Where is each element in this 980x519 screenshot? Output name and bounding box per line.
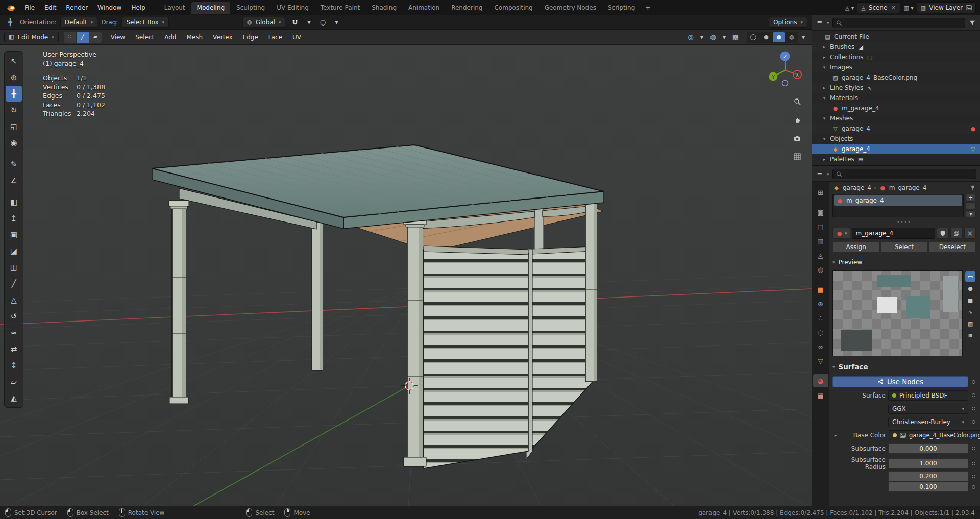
proportional-falloff-dropdown[interactable]: ▾ — [332, 17, 340, 28]
tab-compositing[interactable]: Compositing — [488, 2, 538, 14]
expander-icon[interactable]: ▾ — [821, 65, 827, 70]
mode-dropdown[interactable]: ◧ Edit Mode▾ — [4, 32, 59, 42]
show-overlays-icon[interactable]: ◍ — [707, 32, 719, 43]
gizmo-dropdown[interactable]: ▾ — [698, 32, 706, 43]
properties-search-input[interactable] — [845, 170, 973, 178]
tab-texture-paint[interactable]: Texture Paint — [315, 2, 365, 14]
preview-cube-button[interactable] — [965, 295, 975, 305]
browse-material-button[interactable]: ▾ — [832, 228, 850, 239]
tab-tool-properties[interactable] — [813, 186, 828, 199]
tab-world-properties[interactable] — [813, 263, 828, 276]
preview-sphere-button[interactable] — [965, 283, 975, 293]
remove-slot-button[interactable]: − — [966, 202, 976, 209]
preview-cloth-button[interactable] — [965, 318, 975, 329]
menu-vertex[interactable]: Vertex — [209, 32, 237, 43]
tab-modeling[interactable]: Modeling — [191, 2, 231, 14]
outliner-editor-type-icon[interactable]: ≡ — [816, 17, 824, 29]
scene-selector[interactable]: ◬ Scene × — [857, 2, 900, 13]
outliner-row-materials[interactable]: ▾ Materials — [812, 93, 980, 103]
base-color-field[interactable]: garage_4_BaseColor.png — [889, 430, 980, 440]
outliner-filter-icon[interactable] — [968, 17, 976, 29]
view-layer-browse-icon[interactable]: ▥ ▾ — [903, 5, 913, 11]
menu-uv[interactable]: UV — [288, 32, 305, 43]
outliner-row-collections[interactable]: ▸ Collections — [812, 52, 980, 62]
menu-file[interactable]: File — [20, 2, 39, 13]
toggle-perspective-grid-icon[interactable] — [791, 151, 803, 162]
tool-bevel[interactable] — [6, 243, 22, 259]
properties-editor-dropdown[interactable]: ▾ — [827, 171, 829, 177]
select-button[interactable]: Select — [880, 241, 927, 253]
transform-orientation-dropdown[interactable]: ◍ Global▾ — [242, 17, 285, 28]
overlays-dropdown[interactable]: ▾ — [720, 32, 728, 43]
proportional-editing-icon[interactable]: ○ — [316, 17, 329, 28]
tab-output-properties[interactable] — [813, 220, 828, 233]
tool-transform[interactable] — [6, 135, 22, 151]
view-layer-selector[interactable]: ▥ View Layer — [917, 2, 976, 13]
tool-edge-slide[interactable] — [6, 341, 22, 357]
tab-layout[interactable]: Layout — [159, 2, 191, 14]
camera-view-icon[interactable] — [791, 133, 803, 144]
menu-help[interactable]: Help — [127, 2, 150, 13]
tool-smooth[interactable] — [6, 325, 22, 340]
keyframe-dot[interactable] — [971, 407, 976, 410]
pin-icon[interactable] — [970, 185, 976, 191]
outliner-row-images[interactable]: ▾ Images — [812, 62, 980, 72]
material-slot-list[interactable]: m_garage_4 — [832, 194, 964, 217]
tab-rendering[interactable]: Rendering — [446, 2, 488, 14]
tool-rotate[interactable] — [6, 102, 22, 118]
material-name-field[interactable]: m_garage_4 — [852, 228, 935, 239]
options-dropdown[interactable]: Options▾ — [769, 17, 807, 28]
snap-magnet-icon[interactable] — [289, 17, 301, 28]
copy-material-button[interactable] — [950, 228, 963, 239]
outliner-row-brushes[interactable]: ▸ Brushes — [812, 42, 980, 52]
surface-shader-dropdown[interactable]: Principled BSDF — [888, 390, 968, 401]
tab-particle-properties[interactable] — [813, 311, 828, 325]
subsurface-slider[interactable]: 0.000 — [888, 443, 968, 454]
tab-constraint-properties[interactable] — [813, 340, 828, 353]
expander-icon[interactable]: ▾ — [821, 116, 827, 121]
outliner-row-material[interactable]: m_garage_4 — [812, 103, 980, 113]
keyframe-dot[interactable] — [971, 393, 976, 397]
menu-render[interactable]: Render — [61, 2, 92, 13]
expander-icon[interactable]: ▸ — [821, 55, 827, 60]
menu-edge[interactable]: Edge — [239, 32, 262, 43]
keyframe-dot[interactable] — [971, 462, 976, 465]
new-view-layer-icon[interactable] — [966, 5, 972, 11]
preview-flat-button[interactable] — [965, 271, 975, 282]
keyframe-dot[interactable] — [971, 475, 976, 478]
menu-mesh[interactable]: Mesh — [182, 32, 207, 43]
tool-shear[interactable] — [6, 374, 22, 389]
snap-options-dropdown[interactable]: ▾ — [305, 17, 313, 28]
base-color-expander[interactable]: ▸ — [832, 433, 839, 438]
preview-fluid-button[interactable] — [965, 330, 975, 340]
blender-logo[interactable] — [4, 3, 17, 13]
outliner-row-palettes[interactable]: ▸ Palettes — [812, 154, 980, 164]
navigation-gizmo[interactable]: Z Y X — [764, 49, 806, 92]
properties-editor-type-icon[interactable]: ≣ — [816, 168, 824, 180]
outliner-display-mode-dropdown[interactable]: ▾ — [827, 20, 829, 26]
properties-search[interactable] — [832, 169, 976, 179]
unlink-material-button[interactable]: × — [964, 228, 976, 239]
show-gizmo-icon[interactable]: ◎ — [684, 32, 697, 43]
preview-hair-button[interactable] — [965, 307, 975, 317]
tool-rip-region[interactable] — [6, 390, 22, 406]
tool-inset-faces[interactable] — [6, 227, 22, 242]
tool-select-box[interactable] — [6, 53, 22, 69]
menu-select[interactable]: Select — [131, 32, 158, 43]
tab-scene-properties[interactable] — [813, 249, 828, 262]
active-tool-icon[interactable]: ╋ — [4, 17, 16, 28]
face-select-button[interactable] — [89, 32, 102, 43]
list-resize-grip[interactable]: •••• — [832, 220, 976, 225]
preview-panel-header[interactable]: ▾ Preview — [832, 257, 976, 268]
zoom-icon[interactable] — [791, 96, 803, 107]
tab-texture-properties[interactable] — [813, 388, 828, 402]
keyframe-dot[interactable] — [971, 420, 976, 424]
tool-shrink-fatten[interactable] — [6, 357, 22, 373]
keyframe-dot[interactable] — [971, 380, 976, 384]
breadcrumb-material[interactable]: m_garage_4 — [889, 184, 927, 191]
tab-object-properties[interactable] — [813, 283, 828, 296]
tab-animation[interactable]: Animation — [403, 2, 445, 14]
tool-scale[interactable] — [6, 118, 22, 134]
menu-add[interactable]: Add — [160, 32, 180, 43]
tab-shading[interactable]: Shading — [366, 2, 402, 14]
